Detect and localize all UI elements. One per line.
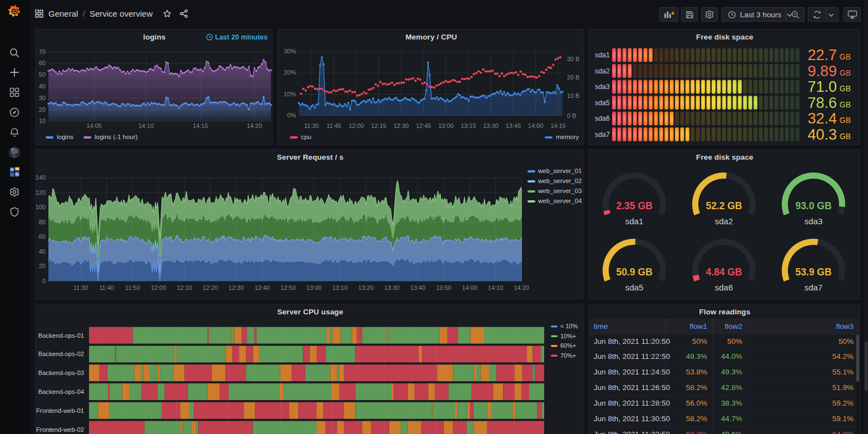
svg-text:sda2: sda2 xyxy=(715,216,733,226)
svg-text:12:20: 12:20 xyxy=(203,284,218,291)
svg-text:13:30: 13:30 xyxy=(384,284,400,291)
svg-text:12:10: 12:10 xyxy=(177,284,193,291)
svg-text:0 B: 0 B xyxy=(567,112,576,119)
svg-text:sda3: sda3 xyxy=(805,216,823,226)
svg-text:10: 10 xyxy=(39,117,46,124)
svg-text:60: 60 xyxy=(39,60,46,66)
svg-text:14:15: 14:15 xyxy=(193,122,208,129)
svg-text:4.84 GB: 4.84 GB xyxy=(706,267,742,278)
svg-text:10%+: 10%+ xyxy=(560,333,576,339)
svg-text:12:00: 12:00 xyxy=(151,284,166,291)
svg-text:40: 40 xyxy=(39,83,46,90)
svg-text:12:30: 12:30 xyxy=(393,122,409,129)
svg-text:cpu: cpu xyxy=(301,134,312,140)
svg-text:web_server_03: web_server_03 xyxy=(537,188,582,194)
svg-text:sda5: sda5 xyxy=(625,283,644,292)
svg-text:sda6: sda6 xyxy=(595,115,610,122)
svg-text:30%: 30% xyxy=(284,48,296,55)
svg-text:sda5: sda5 xyxy=(595,99,610,107)
svg-text:14:20: 14:20 xyxy=(514,284,529,291)
svg-text:20: 20 xyxy=(39,263,46,269)
svg-text:13:15: 13:15 xyxy=(461,122,476,129)
svg-text:30: 30 xyxy=(39,95,46,101)
svg-text:sda1: sda1 xyxy=(625,216,644,226)
svg-text:sda7: sda7 xyxy=(595,131,610,139)
svg-text:71.0: 71.0 xyxy=(807,78,837,95)
svg-text:60%+: 60%+ xyxy=(560,342,576,349)
svg-text:13:45: 13:45 xyxy=(506,122,521,129)
svg-text:web_server_02: web_server_02 xyxy=(537,177,582,184)
svg-text:Frontend-web-02: Frontend-web-02 xyxy=(36,426,84,433)
svg-text:9.89: 9.89 xyxy=(807,63,837,80)
svg-text:11:30: 11:30 xyxy=(304,122,319,129)
svg-text:Backend-ops-02: Backend-ops-02 xyxy=(38,351,84,357)
svg-text:web_server_04: web_server_04 xyxy=(537,198,582,204)
svg-text:53.9 GB: 53.9 GB xyxy=(795,267,831,278)
svg-text:140: 140 xyxy=(36,174,46,181)
svg-text:22.7: 22.7 xyxy=(807,47,837,63)
svg-text:GB: GB xyxy=(840,84,851,93)
svg-text:13:20: 13:20 xyxy=(358,284,374,291)
svg-text:50: 50 xyxy=(39,71,46,78)
svg-text:30 B: 30 B xyxy=(567,56,580,62)
svg-text:11:45: 11:45 xyxy=(327,122,342,129)
svg-text:10 B: 10 B xyxy=(567,92,580,99)
svg-text:70: 70 xyxy=(39,48,46,55)
svg-text:14:15: 14:15 xyxy=(550,122,566,129)
svg-text:100: 100 xyxy=(36,204,46,210)
svg-text:80: 80 xyxy=(39,219,46,225)
svg-text:32.4: 32.4 xyxy=(807,110,837,127)
svg-text:60: 60 xyxy=(39,233,46,240)
svg-text:logins (-1 hour): logins (-1 hour) xyxy=(95,134,138,140)
svg-text:20 B: 20 B xyxy=(567,74,580,81)
svg-text:40.3: 40.3 xyxy=(807,126,837,143)
svg-text:Backend-ops-03: Backend-ops-03 xyxy=(38,369,84,376)
svg-text:70%+: 70%+ xyxy=(560,352,576,359)
svg-text:Backend-ops-01: Backend-ops-01 xyxy=(38,332,84,339)
svg-text:14:10: 14:10 xyxy=(139,122,154,129)
svg-text:11:50: 11:50 xyxy=(125,284,140,291)
svg-text:13:40: 13:40 xyxy=(410,284,426,291)
svg-text:20%: 20% xyxy=(284,69,296,76)
svg-text:web_server_01: web_server_01 xyxy=(537,167,582,174)
svg-text:14:20: 14:20 xyxy=(246,122,262,129)
svg-text:2.35 GB: 2.35 GB xyxy=(616,200,652,211)
svg-text:50.9 GB: 50.9 GB xyxy=(616,267,652,278)
svg-text:sda2: sda2 xyxy=(595,67,610,75)
svg-text:logins: logins xyxy=(57,134,73,140)
svg-text:120: 120 xyxy=(36,189,46,196)
svg-text:14:00: 14:00 xyxy=(528,122,544,129)
svg-text:< 10%: < 10% xyxy=(560,323,578,329)
svg-text:sda3: sda3 xyxy=(595,83,610,91)
svg-text:12:40: 12:40 xyxy=(254,284,270,291)
svg-text:0: 0 xyxy=(42,278,46,284)
svg-text:13:00: 13:00 xyxy=(307,284,322,291)
svg-text:12:15: 12:15 xyxy=(371,122,387,129)
svg-text:Frontend-web-01: Frontend-web-01 xyxy=(36,407,84,414)
svg-text:13:30: 13:30 xyxy=(483,122,499,129)
svg-text:13:50: 13:50 xyxy=(436,284,452,291)
svg-text:12:50: 12:50 xyxy=(280,284,296,291)
svg-text:12:00: 12:00 xyxy=(349,122,364,129)
svg-text:11:30: 11:30 xyxy=(73,284,88,291)
svg-text:memory: memory xyxy=(556,134,579,140)
svg-text:14:00: 14:00 xyxy=(462,284,477,291)
svg-text:12:45: 12:45 xyxy=(416,122,431,129)
svg-text:20: 20 xyxy=(39,106,46,113)
svg-text:11:40: 11:40 xyxy=(99,284,114,291)
svg-text:Backend-ops-04: Backend-ops-04 xyxy=(38,388,84,395)
svg-text:12:30: 12:30 xyxy=(229,284,244,291)
svg-text:14:05: 14:05 xyxy=(86,122,102,129)
svg-text:13:00: 13:00 xyxy=(438,122,454,129)
svg-text:0%: 0% xyxy=(287,112,296,119)
svg-text:GB: GB xyxy=(840,132,851,141)
svg-text:GB: GB xyxy=(840,116,851,125)
svg-text:sda6: sda6 xyxy=(715,283,733,292)
svg-text:10%: 10% xyxy=(284,91,296,97)
svg-text:sda7: sda7 xyxy=(805,283,823,292)
svg-text:GB: GB xyxy=(840,68,851,77)
svg-text:78.6: 78.6 xyxy=(807,95,837,111)
svg-text:52.2 GB: 52.2 GB xyxy=(706,200,742,211)
svg-text:13:10: 13:10 xyxy=(332,284,348,291)
svg-text:GB: GB xyxy=(840,52,851,61)
